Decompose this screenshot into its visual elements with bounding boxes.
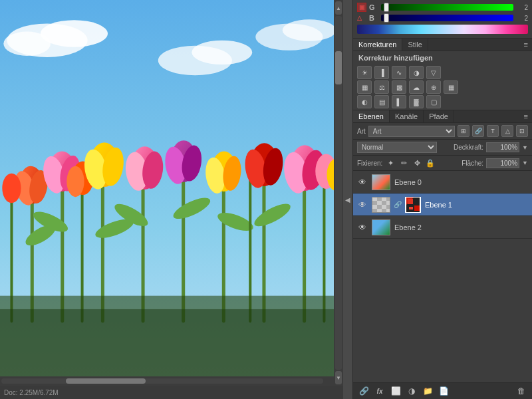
vibrance-icon[interactable]: ▽ xyxy=(426,66,441,79)
layer-item-1[interactable]: 👁 xyxy=(353,194,532,216)
new-group-icon[interactable]: 📁 xyxy=(421,385,434,397)
corrections-menu-icon[interactable]: ≡ xyxy=(520,39,532,51)
fg-bg-swatch[interactable]: ▣ xyxy=(357,3,366,12)
layer-1-visibility[interactable]: 👁 xyxy=(357,200,368,210)
h-scroll-thumb[interactable] xyxy=(66,378,146,384)
panel-expand-arrow[interactable]: ◀ xyxy=(343,0,352,399)
threshold-icon[interactable]: ▌ xyxy=(392,95,406,108)
bw-icon[interactable]: ▩ xyxy=(392,80,406,94)
corrections-tabs: Korrekturen Stile ≡ xyxy=(353,39,532,51)
tab-stile[interactable]: Stile xyxy=(402,39,428,51)
new-layer-icon[interactable]: 📄 xyxy=(437,385,450,397)
delete-layer-icon[interactable]: 🗑 xyxy=(515,385,528,397)
hsl-icon[interactable]: ▦ xyxy=(357,80,372,94)
svg-rect-63 xyxy=(377,201,382,205)
layer-0-name: Ebene 0 xyxy=(394,178,422,186)
svg-point-7 xyxy=(283,19,336,41)
layer-2-thumbnail xyxy=(372,219,390,235)
kind-select[interactable]: Art Pixel Einstellung Text Form Smart Ob… xyxy=(368,126,455,137)
layers-tabs: Ebenen Kanäle Pfade ≡ xyxy=(353,110,532,123)
mixer-icon[interactable]: ⊕ xyxy=(426,80,441,94)
v-scroll-thumb[interactable] xyxy=(335,51,342,84)
corrections-row-1: ☀ ▐ ∿ ◑ ▽ xyxy=(357,66,528,79)
curves-icon[interactable]: ∿ xyxy=(392,66,406,79)
scroll-up-button[interactable]: ▲ xyxy=(335,1,342,15)
svg-point-5 xyxy=(192,41,252,65)
svg-rect-78 xyxy=(409,207,413,209)
b-row-icon: △ xyxy=(357,15,366,21)
tab-ebenen[interactable]: Ebenen xyxy=(353,110,390,122)
svg-point-34 xyxy=(66,166,84,197)
fill-input[interactable] xyxy=(486,158,519,168)
opacity-input[interactable] xyxy=(486,142,519,152)
layers-panel: Ebenen Kanäle Pfade ≡ Art Art Pixel Eins… xyxy=(353,110,532,399)
select-color-icon[interactable]: ▢ xyxy=(426,95,441,108)
new-adjustment-icon[interactable]: ◑ xyxy=(405,385,418,397)
svg-point-53 xyxy=(2,174,21,203)
corrections-title: Korrektur hinzufügen xyxy=(353,51,532,65)
layers-list: 👁 Ebene 0 👁 xyxy=(353,171,532,382)
layer-item-2[interactable]: 👁 Ebene 2 xyxy=(353,216,532,239)
layer-2-name: Ebene 2 xyxy=(394,223,422,231)
v-scroll-track[interactable] xyxy=(335,16,342,370)
tab-korrekturen[interactable]: Korrekturen xyxy=(353,39,402,51)
tab-pfade[interactable]: Pfade xyxy=(424,110,454,122)
svg-rect-64 xyxy=(382,201,386,205)
fix-position-icon[interactable]: ✦ xyxy=(385,158,396,168)
levels-icon[interactable]: ▐ xyxy=(374,66,389,79)
fill-label: Fläche: xyxy=(462,160,483,167)
layers-menu-icon[interactable]: ≡ xyxy=(520,110,532,122)
fix-fill-row: Fixieren: ✦ ✏ ✥ 🔒 Fläche: ▼ xyxy=(353,156,532,171)
fix-move-icon[interactable]: ✥ xyxy=(412,158,422,168)
fix-paint-icon[interactable]: ✏ xyxy=(398,158,409,168)
posterize-icon[interactable]: ▤ xyxy=(374,95,389,108)
canvas-area: ▲ ▼ Doc: 2.25M/6.72M xyxy=(0,0,343,399)
new-group-icon[interactable]: ⊞ xyxy=(458,125,469,137)
b-slider-track[interactable] xyxy=(381,15,513,21)
svg-point-3 xyxy=(3,32,51,56)
g-slider-thumb[interactable] xyxy=(384,3,389,12)
svg-rect-73 xyxy=(386,209,390,213)
right-panel: ▣ G 2 △ B 2 Korrekturen Stile ≡ Korrektu… xyxy=(352,0,532,399)
scroll-down-button[interactable]: ▼ xyxy=(335,371,342,384)
layer-0-visibility[interactable]: 👁 xyxy=(357,177,368,188)
status-text: Doc: 2.25M/6.72M xyxy=(4,389,59,396)
fix-all-icon[interactable]: 🔒 xyxy=(425,158,436,168)
corrections-icons: ☀ ▐ ∿ ◑ ▽ ▦ ⚖ ▩ ☁ ⊕ ▦ ◐ ▤ ▌ ▓ ▢ xyxy=(353,65,532,110)
add-mask-icon[interactable]: ⬜ xyxy=(389,385,402,397)
svg-rect-60 xyxy=(382,197,386,201)
blend-mode-select[interactable]: Normal Multiplizieren Abblenden Aufhelle… xyxy=(357,142,437,153)
brightness-icon[interactable]: ☀ xyxy=(357,66,372,79)
canvas-horizontal-scrollbar[interactable] xyxy=(0,376,334,386)
layer-item-0[interactable]: 👁 Ebene 0 xyxy=(353,171,532,194)
colorbalance-icon[interactable]: ⚖ xyxy=(374,80,389,94)
h-scroll-track[interactable] xyxy=(1,378,323,384)
layer-1-mask xyxy=(405,197,421,213)
b-slider-thumb[interactable] xyxy=(384,13,389,23)
g-label: G xyxy=(369,3,378,11)
svg-rect-76 xyxy=(408,199,413,204)
g-slider-track[interactable] xyxy=(381,4,513,11)
layers-kind-toolbar: Art Art Pixel Einstellung Text Form Smar… xyxy=(353,123,532,140)
b-label: B xyxy=(369,14,378,22)
shape-layer-icon[interactable]: △ xyxy=(501,125,513,137)
fix-label: Fixieren: xyxy=(357,160,382,167)
layer-1-link[interactable]: 🔗 xyxy=(394,201,401,208)
exposure-icon[interactable]: ◑ xyxy=(409,66,424,79)
color-spectrum-bar[interactable] xyxy=(357,25,528,34)
text-layer-icon[interactable]: T xyxy=(487,125,499,137)
fx-icon[interactable]: fx xyxy=(373,385,386,397)
photofilter-icon[interactable]: ☁ xyxy=(409,80,424,94)
link-layers-icon[interactable]: 🔗 xyxy=(357,385,370,397)
tab-kanaele[interactable]: Kanäle xyxy=(390,110,424,122)
layer-0-thumbnail xyxy=(372,174,390,190)
b-slider-row: △ B 2 xyxy=(357,14,528,22)
colllookup-icon[interactable]: ▦ xyxy=(444,80,458,94)
invert-icon[interactable]: ◐ xyxy=(357,95,372,108)
canvas-vertical-scrollbar[interactable]: ▲ ▼ xyxy=(334,0,343,386)
smartobject-layer-icon[interactable]: ⊡ xyxy=(516,125,528,137)
layer-2-visibility[interactable]: 👁 xyxy=(357,222,368,233)
gradient-map-icon[interactable]: ▓ xyxy=(409,95,424,108)
svg-rect-66 xyxy=(372,205,377,209)
link-icon[interactable]: 🔗 xyxy=(472,125,484,137)
